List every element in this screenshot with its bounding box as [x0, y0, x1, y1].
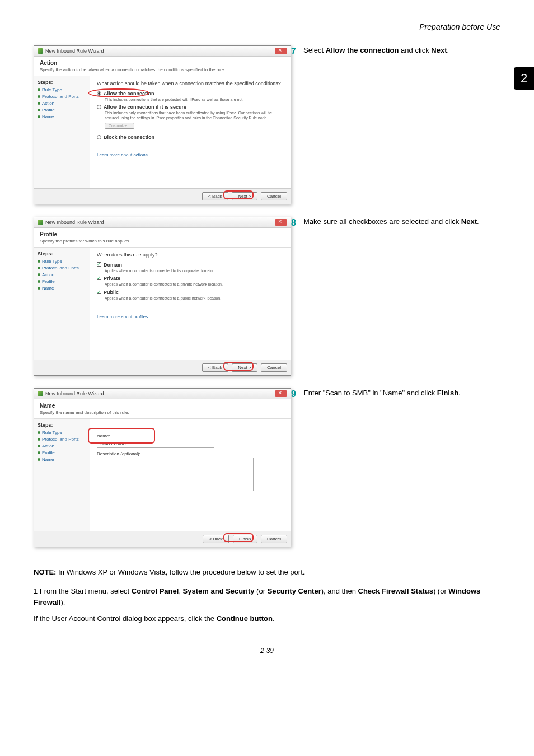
step-text: Make sure all checkboxes are selected an…: [303, 217, 500, 229]
cancel-button[interactable]: Cancel: [261, 192, 287, 200]
header-rule: [34, 34, 500, 34]
close-icon[interactable]: [275, 219, 287, 226]
step-number: 9: [291, 388, 303, 400]
step-text: Select Allow the connection and click Ne…: [303, 45, 500, 58]
customize-button: Customize...: [105, 123, 134, 129]
wizard-name: New Inbound Rule Wizard Name Specify the…: [34, 388, 291, 547]
checkbox-icon: [97, 276, 101, 280]
step-number: 7: [291, 45, 303, 58]
step-item[interactable]: Action: [38, 272, 87, 277]
name-label: Name:: [97, 433, 284, 438]
description-input[interactable]: [97, 458, 254, 491]
checkbox-desc: Applies when a computer is connected to …: [105, 296, 284, 301]
step-text: Enter "Scan to SMB" in "Name" and click …: [303, 388, 500, 400]
name-input[interactable]: Scan to SMB: [97, 440, 214, 448]
checkbox-icon: [97, 262, 101, 267]
step-item[interactable]: Rule Type: [38, 87, 87, 92]
cancel-button[interactable]: Cancel: [261, 535, 287, 543]
panel-subtitle: Specify the profiles for which this rule…: [40, 239, 285, 244]
step-item[interactable]: Protocol and Ports: [38, 437, 87, 442]
next-button[interactable]: Next >: [232, 192, 257, 200]
steps-label: Steps:: [38, 251, 87, 256]
radio-allow[interactable]: Allow the connection: [97, 91, 284, 96]
radio-desc: This includes connections that are prote…: [105, 97, 284, 102]
wizard-titlebar: New Inbound Rule Wizard: [34, 46, 291, 57]
checkbox-public[interactable]: Public: [97, 290, 284, 295]
step-item[interactable]: Profile: [38, 108, 87, 113]
back-button[interactable]: < Back: [202, 363, 228, 372]
panel-subtitle: Specify the name and description of this…: [40, 410, 285, 415]
shield-icon: [38, 48, 43, 54]
body-paragraph-1: 1 From the Start menu, select Control Pa…: [34, 586, 500, 608]
step-item[interactable]: Action: [38, 444, 87, 449]
wizard-titlebar: New Inbound Rule Wizard: [34, 217, 291, 228]
radio-icon: [97, 105, 101, 109]
close-icon[interactable]: [275, 48, 287, 54]
panel-subtitle: Specify the action to be taken when a co…: [40, 67, 285, 72]
question-text: When does this rule apply?: [97, 252, 284, 258]
wizard-title-text: New Inbound Rule Wizard: [45, 391, 104, 396]
steps-label: Steps:: [38, 80, 87, 85]
next-button[interactable]: Next >: [232, 363, 257, 372]
finish-button[interactable]: Finish: [233, 535, 257, 543]
step-item[interactable]: Name: [38, 286, 87, 291]
wizard-titlebar: New Inbound Rule Wizard: [34, 389, 291, 399]
checkbox-desc: Applies when a computer is connected to …: [105, 282, 284, 287]
radio-allow-secure[interactable]: Allow the connection if it is secure: [97, 104, 284, 110]
description-label: Description (optional):: [97, 451, 284, 456]
page-number: 2-39: [34, 647, 500, 655]
learn-more-link[interactable]: Learn more about profiles: [97, 314, 148, 319]
shield-icon: [38, 391, 43, 396]
radio-block[interactable]: Block the connection: [97, 134, 284, 140]
radio-desc: This includes only connections that have…: [105, 111, 284, 120]
back-button[interactable]: < Back: [203, 535, 229, 543]
step-item[interactable]: Profile: [38, 450, 87, 455]
wizard-title-text: New Inbound Rule Wizard: [45, 48, 104, 54]
section-header: Preparation before Use: [34, 22, 500, 31]
panel-title: Action: [40, 60, 285, 66]
shield-icon: [38, 220, 43, 225]
note-block: NOTE: In Windows XP or Windows Vista, fo…: [34, 564, 500, 580]
step-item[interactable]: Protocol and Ports: [38, 265, 87, 270]
panel-title: Profile: [40, 231, 285, 237]
step-number: 8: [291, 217, 303, 229]
step-item[interactable]: Action: [38, 101, 87, 106]
step-item[interactable]: Profile: [38, 279, 87, 284]
step-item[interactable]: Protocol and Ports: [38, 94, 87, 99]
step-item[interactable]: Rule Type: [38, 259, 87, 264]
back-button[interactable]: < Back: [202, 192, 228, 200]
step-item[interactable]: Name: [38, 114, 87, 119]
learn-more-link[interactable]: Learn more about actions: [97, 152, 148, 157]
step-item[interactable]: Name: [38, 457, 87, 462]
chapter-tab: 2: [514, 67, 534, 90]
radio-icon: [97, 91, 101, 96]
checkbox-domain[interactable]: Domain: [97, 262, 284, 268]
steps-label: Steps:: [38, 422, 87, 428]
checkbox-desc: Applies when a computer is connected to …: [105, 269, 284, 273]
wizard-action: New Inbound Rule Wizard Action Specify t…: [34, 45, 291, 204]
body-paragraph-2: If the User Account Control dialog box a…: [34, 613, 500, 624]
wizard-profile: New Inbound Rule Wizard Profile Specify …: [34, 217, 291, 376]
checkbox-icon: [97, 290, 101, 294]
wizard-title-text: New Inbound Rule Wizard: [45, 220, 104, 225]
checkbox-private[interactable]: Private: [97, 276, 284, 281]
close-icon[interactable]: [275, 390, 287, 397]
question-text: What action should be taken when a conne…: [97, 81, 284, 86]
cancel-button[interactable]: Cancel: [261, 363, 287, 372]
step-item[interactable]: Rule Type: [38, 430, 87, 435]
radio-icon: [97, 135, 101, 139]
panel-title: Name: [40, 403, 285, 409]
